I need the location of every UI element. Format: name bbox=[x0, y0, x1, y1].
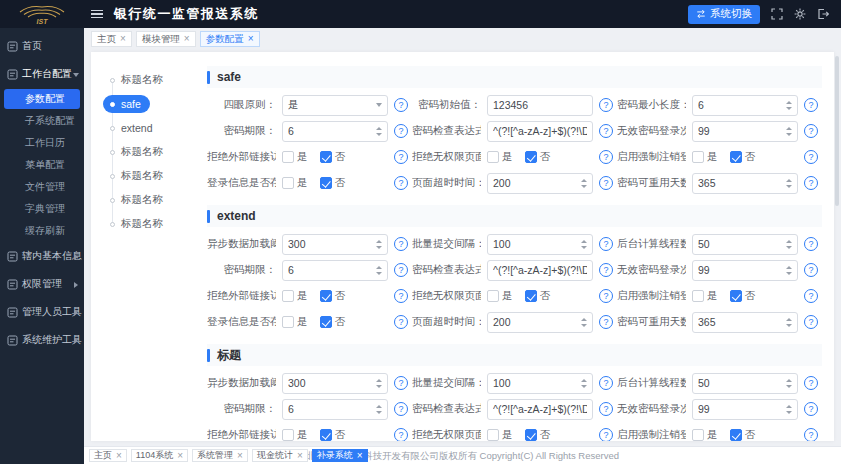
checkbox-option[interactable]: 是 bbox=[282, 150, 308, 164]
checkbox-option[interactable]: 是 bbox=[692, 289, 718, 303]
checkbox-option[interactable]: 否 bbox=[320, 315, 346, 329]
sidebar-subitem-字典管理[interactable]: 字典管理 bbox=[0, 198, 84, 220]
checkbox-option[interactable]: 是 bbox=[692, 428, 718, 441]
system-switch-button[interactable]: 系统切换 bbox=[688, 5, 760, 24]
checkbox[interactable] bbox=[282, 316, 294, 328]
stepper-arrows[interactable] bbox=[376, 127, 382, 136]
stepper-arrows[interactable] bbox=[786, 405, 792, 414]
stepper-arrows[interactable] bbox=[786, 101, 792, 110]
stepper-arrows[interactable] bbox=[376, 266, 382, 275]
sidebar-subitem-工作日历[interactable]: 工作日历 bbox=[0, 132, 84, 154]
field-input[interactable]: 100 bbox=[487, 234, 593, 255]
stepper-arrows[interactable] bbox=[376, 379, 382, 388]
tab-现金统计[interactable]: 现金统计 × bbox=[252, 449, 308, 462]
tree-item[interactable]: 标题名称 bbox=[91, 188, 207, 212]
tab-系统管理[interactable]: 系统管理 × bbox=[192, 449, 248, 462]
checkbox[interactable] bbox=[282, 177, 294, 189]
checkbox[interactable] bbox=[692, 151, 704, 163]
sidebar-item-辖内基本信息[interactable]: 辖内基本信息 bbox=[0, 242, 84, 270]
sidebar-subitem-菜单配置[interactable]: 菜单配置 bbox=[0, 154, 84, 176]
help-icon[interactable]: ? bbox=[804, 263, 818, 277]
help-icon[interactable]: ? bbox=[599, 289, 613, 303]
checkbox[interactable] bbox=[525, 290, 537, 302]
checkbox[interactable] bbox=[487, 151, 499, 163]
checkbox[interactable] bbox=[692, 429, 704, 441]
help-icon[interactable]: ? bbox=[599, 376, 613, 390]
tree-item[interactable]: 标题名称 bbox=[91, 164, 207, 188]
stepper-arrows[interactable] bbox=[581, 179, 587, 188]
checkbox-option[interactable]: 是 bbox=[487, 428, 513, 441]
stepper-arrows[interactable] bbox=[786, 240, 792, 249]
sidebar-item-管理人员工具[interactable]: 管理人员工具 bbox=[0, 298, 84, 326]
sidebar-item-工作台配置[interactable]: 工作台配置 bbox=[0, 60, 84, 88]
checkbox[interactable] bbox=[487, 290, 499, 302]
help-icon[interactable]: ? bbox=[394, 402, 408, 416]
help-icon[interactable]: ? bbox=[394, 150, 408, 164]
checkbox-option[interactable]: 是 bbox=[487, 289, 513, 303]
checkbox[interactable] bbox=[525, 429, 537, 441]
tab-主页[interactable]: 主页 × bbox=[89, 449, 127, 462]
close-icon[interactable]: × bbox=[116, 451, 122, 461]
checkbox-option[interactable]: 是 bbox=[282, 428, 308, 441]
help-icon[interactable]: ? bbox=[394, 263, 408, 277]
scrollbar[interactable] bbox=[835, 56, 839, 206]
help-icon[interactable]: ? bbox=[599, 402, 613, 416]
field-input[interactable]: 300 bbox=[282, 234, 388, 255]
help-icon[interactable]: ? bbox=[804, 428, 818, 441]
checkbox[interactable] bbox=[320, 177, 332, 189]
help-icon[interactable]: ? bbox=[804, 315, 818, 329]
field-input[interactable]: 6 bbox=[692, 95, 798, 116]
collapse-menu-icon[interactable] bbox=[84, 0, 110, 28]
help-icon[interactable]: ? bbox=[394, 376, 408, 390]
field-input[interactable]: 是 bbox=[282, 95, 388, 116]
tree-item[interactable]: 标题名称 bbox=[91, 68, 207, 92]
stepper-arrows[interactable] bbox=[376, 405, 382, 414]
checkbox-option[interactable]: 否 bbox=[320, 150, 346, 164]
stepper-arrows[interactable] bbox=[786, 266, 792, 275]
checkbox-option[interactable]: 是 bbox=[282, 315, 308, 329]
field-input[interactable]: ^(?![^a-zA-z]+$)(?!\D+$)[0-9A-Za-z]{6,20… bbox=[487, 121, 593, 142]
tree-item[interactable]: 标题名称 bbox=[91, 212, 207, 236]
chevron-down-icon[interactable] bbox=[376, 103, 382, 107]
checkbox-option[interactable]: 是 bbox=[282, 289, 308, 303]
checkbox-option[interactable]: 是 bbox=[487, 150, 513, 164]
checkbox[interactable] bbox=[282, 429, 294, 441]
fullscreen-icon[interactable] bbox=[771, 8, 783, 20]
field-input[interactable]: 123456 bbox=[487, 95, 593, 116]
checkbox[interactable] bbox=[320, 290, 332, 302]
field-input[interactable]: 99 bbox=[692, 260, 798, 281]
field-input[interactable]: 50 bbox=[692, 234, 798, 255]
help-icon[interactable]: ? bbox=[599, 315, 613, 329]
help-icon[interactable]: ? bbox=[804, 98, 818, 112]
checkbox-option[interactable]: 否 bbox=[525, 428, 551, 441]
checkbox-option[interactable]: 否 bbox=[320, 176, 346, 190]
checkbox-option[interactable]: 否 bbox=[730, 289, 756, 303]
field-input[interactable]: 99 bbox=[692, 121, 798, 142]
field-input[interactable]: 200 bbox=[487, 173, 593, 194]
tab-模块管理[interactable]: 模块管理 × bbox=[136, 31, 196, 47]
help-icon[interactable]: ? bbox=[599, 237, 613, 251]
help-icon[interactable]: ? bbox=[394, 124, 408, 138]
checkbox-option[interactable]: 否 bbox=[730, 150, 756, 164]
sidebar-item-首页[interactable]: 首页 bbox=[0, 32, 84, 60]
close-icon[interactable]: × bbox=[248, 34, 254, 44]
sidebar-subitem-参数配置[interactable]: 参数配置 bbox=[4, 89, 80, 109]
field-input[interactable]: ^(?![^a-zA-z]+$)(?!\D+$)[0-9A-Za-z]{6,20… bbox=[487, 399, 593, 420]
stepper-arrows[interactable] bbox=[786, 318, 792, 327]
help-icon[interactable]: ? bbox=[804, 402, 818, 416]
help-icon[interactable]: ? bbox=[599, 176, 613, 190]
help-icon[interactable]: ? bbox=[599, 98, 613, 112]
help-icon[interactable]: ? bbox=[804, 376, 818, 390]
help-icon[interactable]: ? bbox=[394, 315, 408, 329]
stepper-arrows[interactable] bbox=[786, 179, 792, 188]
checkbox[interactable] bbox=[320, 316, 332, 328]
checkbox-option[interactable]: 否 bbox=[320, 289, 346, 303]
checkbox[interactable] bbox=[282, 151, 294, 163]
settings-gear-icon[interactable] bbox=[794, 8, 806, 20]
help-icon[interactable]: ? bbox=[804, 176, 818, 190]
close-icon[interactable]: × bbox=[357, 451, 363, 461]
help-icon[interactable]: ? bbox=[394, 237, 408, 251]
checkbox[interactable] bbox=[525, 151, 537, 163]
field-input[interactable]: 300 bbox=[282, 373, 388, 394]
checkbox-option[interactable]: 否 bbox=[320, 428, 346, 441]
